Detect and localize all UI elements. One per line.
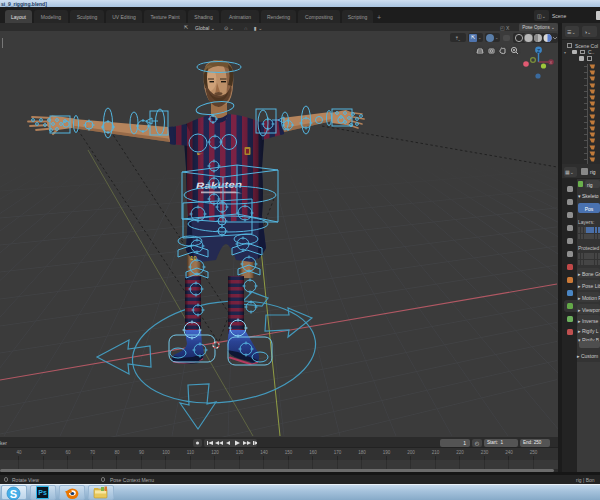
svg-text:Z: Z <box>537 48 540 54</box>
svg-text:S: S <box>10 487 17 499</box>
svg-text:Rakuten: Rakuten <box>196 179 243 191</box>
svg-text:X: X <box>550 60 553 65</box>
